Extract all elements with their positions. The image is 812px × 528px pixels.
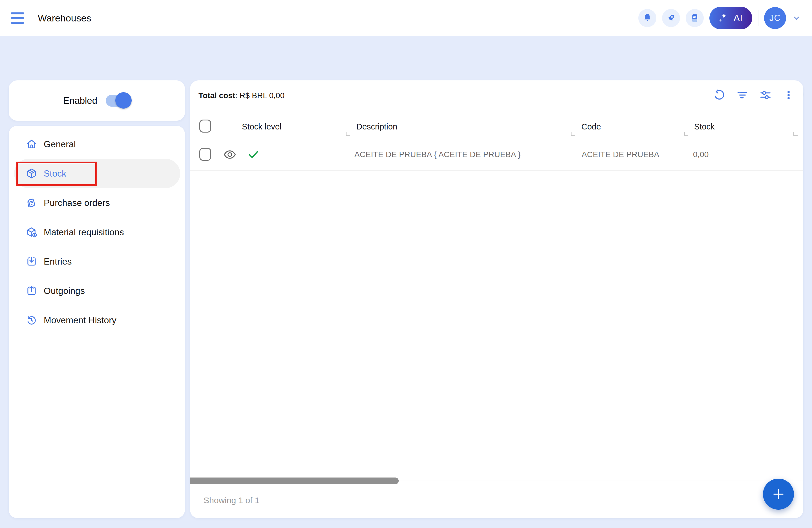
filter-button[interactable] <box>735 88 750 102</box>
topbar-left: Warehouses <box>11 12 91 24</box>
sidebar-item-label: General <box>44 139 76 149</box>
sliders-icon <box>759 88 772 102</box>
column-resize-handle[interactable] <box>346 132 350 136</box>
sidebar-item-label: Material requisitions <box>44 227 124 238</box>
sidebar-item-label: Stock <box>44 168 66 179</box>
table-header-row: Stock level Description Code Stock <box>190 115 803 138</box>
home-icon <box>26 138 38 150</box>
toggle-thumb <box>115 92 132 109</box>
sidebar-item-material-requisitions[interactable]: Material requisitions <box>14 217 180 247</box>
enabled-label: Enabled <box>63 95 97 106</box>
enabled-toggle[interactable] <box>106 94 131 107</box>
outgoing-arrow-icon <box>26 285 38 297</box>
purchase-order-icon <box>26 197 38 209</box>
column-resize-handle[interactable] <box>793 132 798 136</box>
sidebar-item-movement-history[interactable]: Movement History <box>14 305 180 335</box>
bell-icon <box>642 13 653 24</box>
sidebar-item-entries[interactable]: Entries <box>14 247 180 276</box>
ai-assistant-button[interactable]: AI <box>709 7 752 29</box>
app-title: Warehouses <box>38 13 91 24</box>
row-checkbox[interactable] <box>199 148 211 161</box>
sidebar-item-purchase-orders[interactable]: Purchase orders <box>14 188 180 217</box>
whats-new-button[interactable] <box>662 9 680 27</box>
column-resize-handle[interactable] <box>571 132 575 136</box>
column-header-code[interactable]: Code <box>581 115 601 138</box>
stock-table-card: Total cost: R$ BRL 0,00 <box>190 81 803 518</box>
enabled-card: Enabled <box>9 81 185 121</box>
box-icon <box>26 168 38 180</box>
rocket-icon <box>665 12 677 24</box>
filter-lines-icon <box>736 88 749 102</box>
notifications-button[interactable] <box>638 9 656 27</box>
history-icon <box>26 314 38 326</box>
topbar-right: AI JC <box>638 7 801 29</box>
ai-button-label: AI <box>734 13 743 24</box>
more-options-button[interactable] <box>781 88 796 102</box>
column-header-description[interactable]: Description <box>357 115 397 138</box>
entry-arrow-icon <box>26 256 38 267</box>
sidebar-item-outgoings[interactable]: Outgoings <box>14 276 180 305</box>
total-cost-value: : R$ BRL 0,00 <box>235 91 285 100</box>
sidebar-item-label: Entries <box>44 256 72 267</box>
plus-icon <box>771 487 786 501</box>
column-header-stock[interactable]: Stock <box>694 115 715 138</box>
refresh-button[interactable] <box>712 88 727 102</box>
hamburger-menu-icon[interactable] <box>11 12 25 24</box>
row-code: ACEITE DE PRUEBA <box>582 138 659 171</box>
table-toolbar <box>712 88 796 102</box>
avatar-initials: JC <box>769 13 781 23</box>
stock-level-ok-icon <box>247 148 261 161</box>
sidebar-item-label: Purchase orders <box>44 198 110 208</box>
box-plus-icon <box>26 226 38 238</box>
table-row[interactable]: ACEITE DE PRUEBA { ACEITE DE PRUEBA } AC… <box>190 138 803 171</box>
kebab-menu-icon <box>783 88 794 102</box>
sidebar-menu: General Stock <box>9 126 185 518</box>
sidebar-item-general[interactable]: General <box>14 129 180 159</box>
page-header: FRACTTAL WAREHOUSE Save <box>0 36 812 81</box>
column-settings-button[interactable] <box>758 88 773 102</box>
sidebar-item-stock[interactable]: Stock <box>14 159 180 188</box>
column-resize-handle[interactable] <box>684 132 688 136</box>
account-menu-button[interactable] <box>792 13 801 23</box>
topbar-divider <box>758 10 758 26</box>
release-notes-button[interactable] <box>686 9 704 27</box>
row-description: ACEITE DE PRUEBA { ACEITE DE PRUEBA } <box>354 138 521 171</box>
sidebar-item-label: Movement History <box>44 315 116 326</box>
results-count: Showing 1 of 1 <box>204 496 259 505</box>
total-cost: Total cost: R$ BRL 0,00 <box>199 91 285 100</box>
document-icon <box>690 13 700 24</box>
refresh-icon <box>713 88 726 102</box>
view-row-button[interactable] <box>222 147 238 162</box>
column-header-stock-level[interactable]: Stock level <box>242 115 281 138</box>
total-cost-label: Total cost <box>199 91 235 100</box>
eye-icon <box>222 147 238 162</box>
sidebar-item-label: Outgoings <box>44 286 85 296</box>
user-avatar[interactable]: JC <box>764 7 786 29</box>
row-stock: 0,00 <box>693 138 709 171</box>
chevron-down-icon <box>792 13 801 23</box>
app-root: Warehouses <box>0 0 812 528</box>
sparkle-icon <box>717 12 729 24</box>
topbar: Warehouses <box>0 0 812 36</box>
select-all-checkbox[interactable] <box>199 119 211 132</box>
horizontal-scrollbar-thumb[interactable] <box>190 477 399 484</box>
add-item-button[interactable] <box>763 479 794 510</box>
